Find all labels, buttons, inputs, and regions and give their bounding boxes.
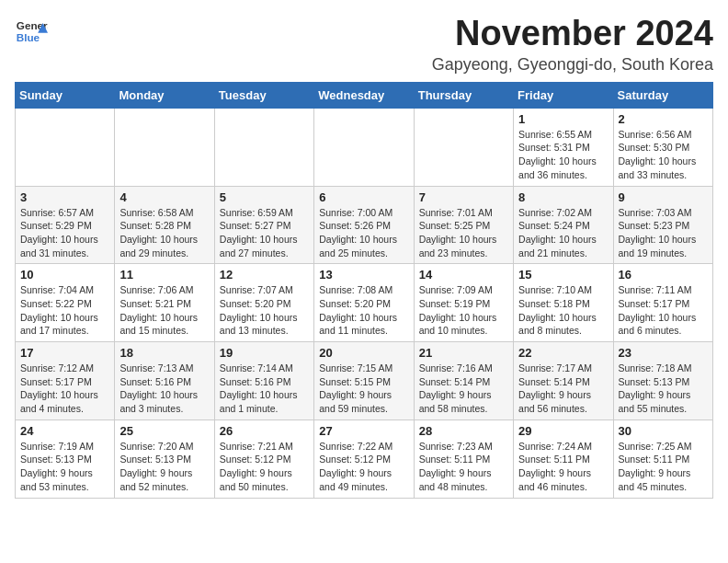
day-info: Sunrise: 7:19 AM Sunset: 5:13 PM Dayligh… (20, 440, 109, 494)
day-info: Sunrise: 6:56 AM Sunset: 5:30 PM Dayligh… (619, 128, 708, 182)
day-number: 11 (119, 268, 209, 282)
day-info: Sunrise: 7:25 AM Sunset: 5:11 PM Dayligh… (619, 440, 708, 494)
calendar-cell: 7Sunrise: 7:01 AM Sunset: 5:25 PM Daylig… (414, 186, 513, 264)
col-saturday: Saturday (613, 82, 712, 108)
day-number: 6 (319, 190, 408, 204)
day-number: 22 (518, 346, 608, 360)
day-info: Sunrise: 7:14 AM Sunset: 5:16 PM Dayligh… (220, 362, 309, 416)
day-info: Sunrise: 7:04 AM Sunset: 5:22 PM Dayligh… (20, 283, 109, 338)
day-info: Sunrise: 7:02 AM Sunset: 5:24 PM Dayligh… (518, 206, 608, 260)
day-number: 5 (220, 190, 309, 204)
day-number: 16 (619, 268, 708, 282)
day-number: 8 (518, 190, 608, 204)
calendar-cell: 9Sunrise: 7:03 AM Sunset: 5:23 PM Daylig… (613, 186, 712, 264)
day-info: Sunrise: 7:07 AM Sunset: 5:20 PM Dayligh… (220, 283, 309, 338)
calendar-cell: 11Sunrise: 7:06 AM Sunset: 5:21 PM Dayli… (115, 264, 214, 342)
calendar-cell: 5Sunrise: 6:59 AM Sunset: 5:27 PM Daylig… (214, 186, 313, 264)
calendar-cell: 20Sunrise: 7:15 AM Sunset: 5:15 PM Dayli… (314, 342, 414, 420)
day-info: Sunrise: 7:16 AM Sunset: 5:14 PM Dayligh… (419, 362, 508, 416)
calendar-cell: 21Sunrise: 7:16 AM Sunset: 5:14 PM Dayli… (414, 342, 513, 420)
day-number: 20 (319, 346, 408, 360)
day-info: Sunrise: 6:58 AM Sunset: 5:28 PM Dayligh… (119, 206, 209, 260)
day-info: Sunrise: 7:22 AM Sunset: 5:12 PM Dayligh… (319, 440, 408, 494)
day-info: Sunrise: 7:08 AM Sunset: 5:20 PM Dayligh… (319, 283, 408, 338)
calendar-cell: 30Sunrise: 7:25 AM Sunset: 5:11 PM Dayli… (613, 419, 712, 498)
col-thursday: Thursday (414, 82, 513, 108)
day-info: Sunrise: 7:23 AM Sunset: 5:11 PM Dayligh… (419, 440, 508, 494)
day-number: 15 (518, 268, 608, 282)
col-tuesday: Tuesday (214, 82, 313, 108)
calendar-cell: 16Sunrise: 7:11 AM Sunset: 5:17 PM Dayli… (613, 264, 712, 342)
calendar-cell (115, 108, 214, 186)
calendar-cell: 12Sunrise: 7:07 AM Sunset: 5:20 PM Dayli… (214, 264, 313, 342)
day-info: Sunrise: 6:57 AM Sunset: 5:29 PM Dayligh… (20, 206, 109, 260)
day-number: 26 (220, 424, 309, 438)
day-info: Sunrise: 6:59 AM Sunset: 5:27 PM Dayligh… (220, 206, 309, 260)
day-number: 1 (518, 112, 608, 126)
calendar-cell: 18Sunrise: 7:13 AM Sunset: 5:16 PM Dayli… (115, 342, 214, 420)
calendar-cell: 10Sunrise: 7:04 AM Sunset: 5:22 PM Dayli… (16, 264, 115, 342)
day-number: 14 (419, 268, 508, 282)
day-info: Sunrise: 7:15 AM Sunset: 5:15 PM Dayligh… (319, 362, 408, 416)
day-info: Sunrise: 6:55 AM Sunset: 5:31 PM Dayligh… (518, 128, 608, 182)
week-row-1: 1Sunrise: 6:55 AM Sunset: 5:31 PM Daylig… (16, 108, 713, 186)
day-number: 9 (619, 190, 708, 204)
week-row-2: 3Sunrise: 6:57 AM Sunset: 5:29 PM Daylig… (16, 186, 713, 264)
calendar-cell: 25Sunrise: 7:20 AM Sunset: 5:13 PM Dayli… (115, 419, 214, 498)
day-number: 27 (319, 424, 408, 438)
day-number: 23 (619, 346, 708, 360)
calendar-cell: 23Sunrise: 7:18 AM Sunset: 5:13 PM Dayli… (613, 342, 712, 420)
logo-icon: General Blue (15, 15, 48, 48)
day-info: Sunrise: 7:01 AM Sunset: 5:25 PM Dayligh… (419, 206, 508, 260)
calendar-cell: 1Sunrise: 6:55 AM Sunset: 5:31 PM Daylig… (514, 108, 613, 186)
calendar-header-row: Sunday Monday Tuesday Wednesday Thursday… (16, 82, 713, 108)
day-number: 7 (419, 190, 508, 204)
day-number: 28 (419, 424, 508, 438)
logo: General Blue (15, 15, 48, 48)
calendar-cell (314, 108, 414, 186)
day-info: Sunrise: 7:10 AM Sunset: 5:18 PM Dayligh… (518, 283, 608, 338)
day-number: 13 (319, 268, 408, 282)
day-info: Sunrise: 7:17 AM Sunset: 5:14 PM Dayligh… (518, 362, 608, 416)
calendar-cell: 15Sunrise: 7:10 AM Sunset: 5:18 PM Dayli… (514, 264, 613, 342)
location-subtitle: Gapyeong, Gyeonggi-do, South Korea (432, 55, 713, 75)
day-info: Sunrise: 7:20 AM Sunset: 5:13 PM Dayligh… (119, 440, 209, 494)
calendar-cell: 28Sunrise: 7:23 AM Sunset: 5:11 PM Dayli… (414, 419, 513, 498)
calendar-cell: 22Sunrise: 7:17 AM Sunset: 5:14 PM Dayli… (514, 342, 613, 420)
day-info: Sunrise: 7:13 AM Sunset: 5:16 PM Dayligh… (119, 362, 209, 416)
week-row-4: 17Sunrise: 7:12 AM Sunset: 5:17 PM Dayli… (16, 342, 713, 420)
calendar-cell: 4Sunrise: 6:58 AM Sunset: 5:28 PM Daylig… (115, 186, 214, 264)
week-row-5: 24Sunrise: 7:19 AM Sunset: 5:13 PM Dayli… (16, 419, 713, 498)
day-number: 24 (20, 424, 109, 438)
day-number: 17 (20, 346, 109, 360)
calendar-cell: 8Sunrise: 7:02 AM Sunset: 5:24 PM Daylig… (514, 186, 613, 264)
calendar-cell: 29Sunrise: 7:24 AM Sunset: 5:11 PM Dayli… (514, 419, 613, 498)
calendar-cell: 27Sunrise: 7:22 AM Sunset: 5:12 PM Dayli… (314, 419, 414, 498)
day-info: Sunrise: 7:12 AM Sunset: 5:17 PM Dayligh… (20, 362, 109, 416)
day-number: 29 (518, 424, 608, 438)
calendar-cell (16, 108, 115, 186)
svg-text:Blue: Blue (17, 31, 40, 43)
calendar-cell: 24Sunrise: 7:19 AM Sunset: 5:13 PM Dayli… (16, 419, 115, 498)
day-number: 12 (220, 268, 309, 282)
day-number: 19 (220, 346, 309, 360)
week-row-3: 10Sunrise: 7:04 AM Sunset: 5:22 PM Dayli… (16, 264, 713, 342)
col-monday: Monday (115, 82, 214, 108)
calendar-cell: 6Sunrise: 7:00 AM Sunset: 5:26 PM Daylig… (314, 186, 414, 264)
day-info: Sunrise: 7:03 AM Sunset: 5:23 PM Dayligh… (619, 206, 708, 260)
day-info: Sunrise: 7:21 AM Sunset: 5:12 PM Dayligh… (220, 440, 309, 494)
calendar-cell: 26Sunrise: 7:21 AM Sunset: 5:12 PM Dayli… (214, 419, 313, 498)
calendar-cell: 2Sunrise: 6:56 AM Sunset: 5:30 PM Daylig… (613, 108, 712, 186)
col-friday: Friday (514, 82, 613, 108)
day-number: 4 (119, 190, 209, 204)
day-number: 25 (119, 424, 209, 438)
day-number: 21 (419, 346, 508, 360)
day-info: Sunrise: 7:06 AM Sunset: 5:21 PM Dayligh… (119, 283, 209, 338)
calendar-cell (214, 108, 313, 186)
day-info: Sunrise: 7:00 AM Sunset: 5:26 PM Dayligh… (319, 206, 408, 260)
day-number: 10 (20, 268, 109, 282)
calendar-table: Sunday Monday Tuesday Wednesday Thursday… (15, 82, 713, 499)
page-header: General Blue November 2024 Gapyeong, Gye… (15, 15, 713, 75)
title-block: November 2024 Gapyeong, Gyeonggi-do, Sou… (432, 15, 713, 75)
day-info: Sunrise: 7:18 AM Sunset: 5:13 PM Dayligh… (619, 362, 708, 416)
